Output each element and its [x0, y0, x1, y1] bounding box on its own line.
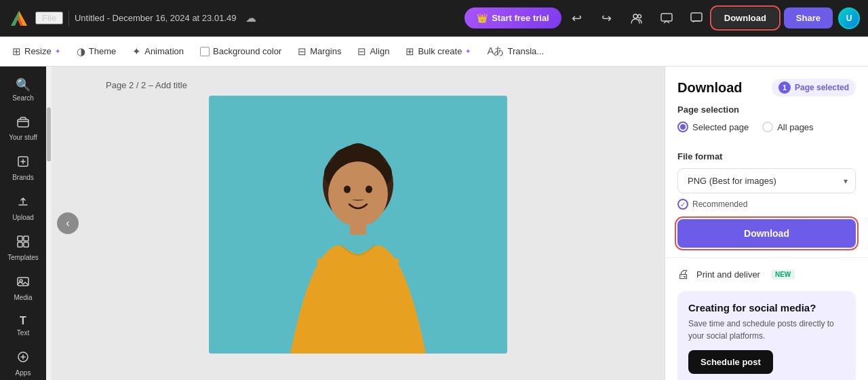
topbar-action-icons: ↩ ↪ — [567, 8, 707, 28]
bulk-create-tool[interactable]: ⊞ Bulk create ✦ — [399, 43, 477, 60]
sidebar-item-brands[interactable]: Brands — [3, 149, 43, 187]
svg-rect-10 — [18, 242, 22, 247]
file-menu-button[interactable]: File — [35, 12, 63, 24]
theme-icon: ◑ — [77, 45, 85, 58]
cloud-save-icon: ☁ — [245, 12, 256, 24]
redo-button[interactable]: ↪ — [597, 8, 617, 28]
file-format-title: File format — [677, 151, 856, 162]
print-deliver-left: 🖨 Print and deliver NEW — [677, 267, 795, 282]
theme-label: Theme — [89, 46, 116, 56]
margins-label: Margins — [310, 46, 341, 56]
page-selection-section: Page selection Selected page All pages — [665, 104, 868, 142]
selected-page-radio[interactable] — [677, 121, 688, 132]
selected-page-label: Selected page — [692, 122, 749, 132]
sidebar-item-templates[interactable]: Templates — [3, 229, 43, 267]
svg-point-25 — [366, 186, 372, 193]
start-trial-button[interactable]: 👑 Start free trial — [465, 7, 561, 28]
format-select-wrapper: PNG (Best for images) JPG PDF SVG MP4 ▾ — [677, 168, 856, 193]
animation-tool[interactable]: ✦ Animation — [125, 43, 191, 60]
sidebar-brands-label: Brands — [12, 174, 34, 181]
background-color-label: Background color — [213, 46, 281, 56]
download-header-button[interactable]: Download — [712, 7, 778, 28]
avatar[interactable]: U — [838, 7, 860, 29]
upload-icon — [16, 195, 30, 212]
new-badge: NEW — [771, 269, 795, 280]
all-pages-radio[interactable] — [762, 121, 773, 132]
svg-rect-11 — [24, 242, 28, 247]
apps-icon — [16, 350, 30, 367]
canvas-card[interactable] — [209, 96, 507, 354]
panel-title: Download — [677, 80, 743, 96]
scroll-thumb[interactable] — [47, 107, 51, 162]
radio-dot — [680, 124, 686, 130]
share-button[interactable]: Share — [784, 7, 833, 28]
svg-rect-26 — [350, 221, 366, 235]
background-color-checkbox — [200, 47, 210, 56]
sidebar-item-text[interactable]: T Text — [3, 309, 43, 342]
print-deliver-label: Print and deliver — [696, 269, 760, 280]
page-badge-label: Page selected — [795, 83, 849, 92]
undo-button[interactable]: ↩ — [567, 8, 587, 28]
bulk-crown-icon: ✦ — [465, 48, 471, 55]
sidebar-item-upload[interactable]: Upload — [3, 189, 43, 227]
download-panel: Download 1 Page selected Page selection … — [665, 66, 868, 380]
sidebar-item-search[interactable]: 🔍 Search — [3, 72, 43, 107]
sidebar-item-media[interactable]: Media — [3, 269, 43, 307]
chat-button[interactable] — [686, 8, 707, 28]
sidebar-item-yourstuff[interactable]: Your stuff — [3, 110, 43, 147]
schedule-post-button[interactable]: Schedule post — [688, 350, 773, 374]
margins-icon: ⊟ — [298, 45, 307, 58]
printer-icon: 🖨 — [677, 267, 690, 282]
panel-header: Download 1 Page selected — [665, 66, 868, 104]
page-selection-title: Page selection — [677, 104, 856, 115]
sidebar-item-apps[interactable]: Apps — [3, 345, 43, 380]
background-color-tool[interactable]: Background color — [193, 43, 288, 59]
topbar: File Untitled - December 16, 2024 at 23.… — [0, 0, 868, 37]
translate-tool[interactable]: Aあ Transla... — [480, 42, 551, 60]
trial-btn-label: Start free trial — [492, 13, 549, 23]
chevron-right-icon: › — [852, 269, 856, 281]
svg-point-23 — [328, 162, 388, 227]
selected-page-option[interactable]: Selected page — [677, 121, 749, 132]
sidebar: 🔍 Search Your stuff Brands Upload Tem — [0, 66, 46, 380]
all-pages-option[interactable]: All pages — [762, 121, 813, 132]
print-deliver-row[interactable]: 🖨 Print and deliver NEW › — [665, 257, 868, 291]
crown-icon: 👑 — [477, 13, 488, 23]
topbar-divider — [68, 10, 69, 26]
people-icon-button[interactable] — [627, 8, 647, 28]
search-icon: 🔍 — [16, 77, 31, 92]
app-logo[interactable] — [8, 7, 30, 29]
translate-icon: Aあ — [487, 45, 504, 58]
media-icon — [16, 275, 30, 292]
page-label: Page 2 / 2 – Add title — [106, 80, 187, 90]
format-select[interactable]: PNG (Best for images) JPG PDF SVG MP4 — [677, 168, 856, 193]
theme-tool[interactable]: ◑ Theme — [70, 43, 123, 60]
recommended-check-icon: ✓ — [677, 199, 688, 210]
social-media-section: Creating for social media? Save time and… — [677, 291, 856, 380]
main-area: 🔍 Search Your stuff Brands Upload Tem — [0, 66, 868, 380]
align-tool[interactable]: ⊟ Align — [351, 43, 396, 60]
toolbar: ⊞ Resize ✦ ◑ Theme ✦ Animation Backgroun… — [0, 37, 868, 66]
folder-icon — [16, 115, 30, 132]
comments-button[interactable] — [656, 8, 677, 28]
sidebar-upload-label: Upload — [12, 214, 34, 221]
all-pages-label: All pages — [777, 122, 813, 132]
sidebar-yourstuff-label: Your stuff — [9, 134, 37, 141]
svg-rect-9 — [24, 236, 28, 241]
sidebar-media-label: Media — [14, 294, 32, 301]
prev-page-button[interactable]: ‹ — [57, 212, 79, 234]
text-icon: T — [20, 315, 26, 327]
page-badge-number: 1 — [778, 81, 791, 94]
document-title: Untitled - December 16, 2024 at 23.01.49 — [75, 13, 236, 23]
margins-tool[interactable]: ⊟ Margins — [291, 43, 348, 60]
file-format-section: File format PNG (Best for images) JPG PD… — [665, 151, 868, 257]
recommended-label: Recommended — [692, 200, 747, 209]
sidebar-apps-label: Apps — [16, 369, 31, 377]
vertical-scrollbar[interactable] — [46, 66, 52, 380]
download-main-button[interactable]: Download — [677, 219, 856, 248]
translate-label: Transla... — [507, 46, 544, 56]
bulk-create-label: Bulk create — [418, 46, 462, 56]
sidebar-text-label: Text — [17, 329, 29, 337]
resize-tool[interactable]: ⊞ Resize ✦ — [5, 43, 67, 60]
brand-icon — [16, 155, 30, 172]
